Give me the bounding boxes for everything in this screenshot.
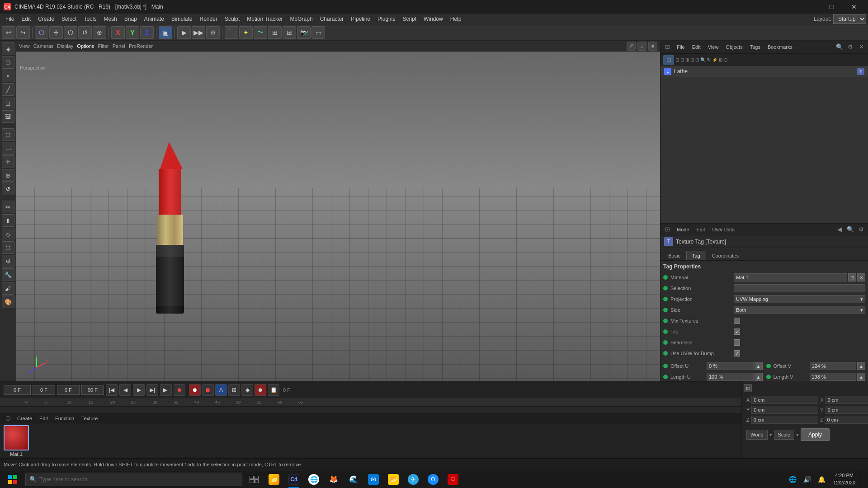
taskbar-explorer[interactable]: 📁 (264, 470, 284, 488)
taskbar-cinema4d[interactable]: C4 (284, 470, 304, 488)
mat1-swatch[interactable] (4, 425, 29, 450)
mat-texture-menu[interactable]: Texture (79, 416, 100, 421)
array-tool[interactable]: ⊞ (283, 26, 296, 39)
cube-tool[interactable]: ⬛ (225, 26, 238, 39)
viewport-menu-panel[interactable]: Panel (113, 43, 125, 49)
redo-button[interactable]: ↪ (16, 26, 30, 39)
point-mode-btn[interactable]: • (2, 70, 14, 82)
record-btn[interactable]: ⏺ (174, 384, 185, 396)
menu-simulate[interactable]: Simulate (168, 14, 196, 24)
length-u-stepper[interactable]: ▲ (755, 373, 763, 381)
viewport-canvas[interactable]: Perspective (16, 52, 660, 381)
obj-bookmarks-menu[interactable]: Bookmarks (765, 42, 795, 52)
frame-input[interactable] (33, 385, 55, 395)
attr-options-btn[interactable]: ⚙ (856, 225, 866, 235)
tab-coordinates[interactable]: Coordinates (706, 251, 745, 260)
notification-icon[interactable]: 🔔 (815, 470, 828, 488)
viewport-menu-filter[interactable]: Filter (98, 43, 108, 49)
obj-new-btn[interactable]: ⊡ (663, 55, 674, 65)
viewport-menu-cameras[interactable]: Cameras (33, 43, 54, 49)
render-active-view[interactable]: ▶▶ (192, 26, 205, 39)
menu-character[interactable]: Character (316, 14, 348, 24)
layout-dropdown[interactable]: Startup (833, 14, 866, 24)
taskbar-app-extra[interactable]: 🛡 (443, 470, 463, 488)
rotate-left-btn[interactable]: ↺ (2, 183, 14, 195)
attr-back-btn[interactable]: ◀ (835, 225, 844, 235)
coord-z-rot-input[interactable] (825, 416, 868, 424)
menu-pipeline[interactable]: Pipeline (347, 14, 374, 24)
step-forward-btn[interactable]: ▶| (146, 384, 158, 396)
obj-close-btn[interactable]: ✕ (856, 42, 866, 52)
mat1-item[interactable]: Mat.1 (4, 425, 29, 457)
light-tool[interactable]: ✦ (239, 26, 253, 39)
camera-tool[interactable]: 📷 (297, 26, 311, 39)
model-mode-btn[interactable]: ◈ (2, 42, 14, 55)
y-axis-button[interactable]: Y (126, 26, 139, 39)
mat-create-menu[interactable]: Create (14, 416, 35, 421)
menu-animate[interactable]: Animate (141, 14, 168, 24)
move-left-btn[interactable]: ✛ (2, 155, 14, 168)
side-dropdown[interactable]: Both ▾ (734, 306, 865, 314)
scale-left-btn[interactable]: ⊕ (2, 169, 14, 182)
volume-icon[interactable]: 🔊 (801, 470, 813, 488)
offset-v-stepper[interactable]: ▲ (857, 362, 865, 370)
brush-tool[interactable]: 🖌 (2, 282, 14, 295)
taskbar-chrome[interactable]: 🌐 (304, 470, 324, 488)
rotate-tool[interactable]: ↺ (78, 26, 92, 39)
menu-plugins[interactable]: Plugins (374, 14, 399, 24)
viewport-settings[interactable]: ≡ (648, 42, 657, 51)
offset-v-value[interactable] (810, 362, 857, 370)
projection-dropdown[interactable]: UVW Mapping ▾ (734, 295, 865, 303)
menu-mograph[interactable]: MoGraph (287, 14, 316, 24)
x-axis-button[interactable]: X (111, 26, 125, 39)
extrude-tool[interactable]: ⬆ (2, 214, 14, 227)
length-v-input[interactable] (812, 374, 854, 380)
mat-edit-menu[interactable]: Edit (37, 416, 51, 421)
taskbar-firefox[interactable]: 🦊 (324, 470, 344, 488)
texture-tag-icon[interactable]: T (857, 68, 864, 75)
z-axis-button[interactable]: Z (140, 26, 154, 39)
task-view-button[interactable] (244, 470, 264, 488)
scale-tool[interactable]: ⬡ (64, 26, 77, 39)
menu-motion-tracker[interactable]: Motion Tracker (243, 14, 286, 24)
play-btn[interactable]: ▶ (133, 384, 145, 396)
obj-tags-menu[interactable]: Tags (747, 42, 763, 52)
length-v-value[interactable] (810, 373, 857, 381)
apply-button[interactable]: Apply (801, 428, 830, 441)
system-clock[interactable]: 4:20 PM 12/2/2020 (830, 472, 859, 486)
taskbar-mail[interactable]: ✉ (363, 470, 383, 488)
offset-u-stepper[interactable]: ▲ (755, 362, 763, 370)
coord-x-rot-input[interactable] (826, 396, 868, 404)
render-preview[interactable]: ▶ (177, 26, 191, 39)
menu-tools[interactable]: Tools (80, 14, 100, 24)
coord-y-rot-input[interactable] (826, 406, 868, 414)
length-u-value[interactable] (707, 373, 754, 381)
material-pick-btn[interactable]: ⊡ (848, 273, 856, 282)
magnet-tool[interactable]: 🔧 (2, 268, 14, 281)
show-desktop-btn[interactable] (861, 470, 864, 488)
menu-select[interactable]: Select (58, 14, 80, 24)
preview-end[interactable]: 90 F (81, 385, 104, 395)
paint-tool[interactable]: 🎨 (2, 296, 14, 308)
mesh-mode-btn[interactable]: ⬡ (2, 56, 14, 69)
coord-y-pos-input[interactable] (751, 406, 818, 414)
frame-input-field[interactable] (33, 387, 55, 393)
tab-tag[interactable]: Tag (686, 251, 706, 260)
maximize-button[interactable]: □ (821, 0, 842, 14)
go-to-end-btn[interactable]: ▶| (160, 384, 172, 396)
minimize-button[interactable]: ─ (798, 0, 819, 14)
taskbar-filemanager[interactable]: 📂 (383, 470, 403, 488)
viewport-menu-display[interactable]: Display (57, 43, 73, 49)
offset-u-value[interactable] (707, 362, 754, 370)
menu-file[interactable]: File (2, 14, 18, 24)
menu-edit[interactable]: Edit (18, 14, 34, 24)
edge-mode-btn[interactable]: ╱ (2, 83, 14, 96)
menu-script[interactable]: Script (399, 14, 420, 24)
offset-u-input[interactable] (709, 363, 751, 369)
lathe-item[interactable]: L Lathe T (660, 66, 868, 77)
menu-render[interactable]: Render (196, 14, 221, 24)
record-active-btn[interactable]: ⏺ (189, 384, 201, 396)
bridge-tool[interactable]: ⬡ (2, 241, 14, 254)
weld-tool[interactable]: ⚙ (2, 255, 14, 267)
stop-btn[interactable]: ⏹ (202, 384, 214, 396)
